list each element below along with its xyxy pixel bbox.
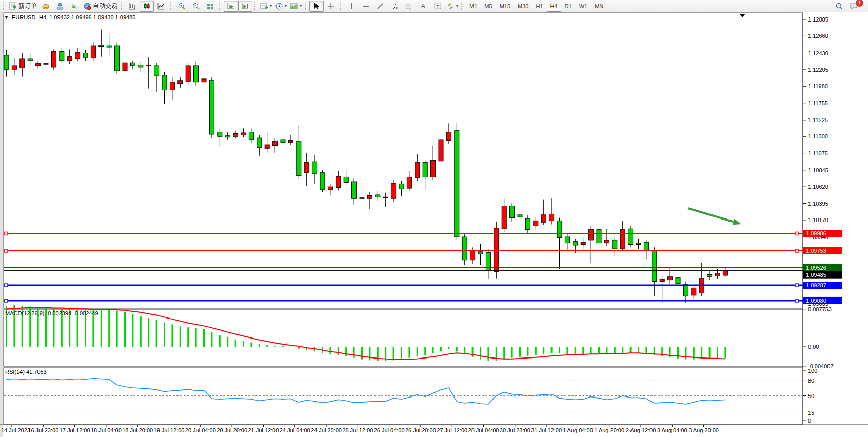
line-handle[interactable] — [795, 232, 798, 235]
equidistant-channel-icon: E — [390, 2, 399, 10]
channel-tool-button[interactable]: E — [387, 1, 402, 12]
candle-body — [123, 63, 127, 71]
zoom-out-button[interactable] — [189, 1, 203, 12]
chevron-down-icon: ▾ — [456, 4, 458, 8]
chart-quote-ohlc: 1.09432 1.09496 1.09430 1.09485 — [49, 14, 135, 21]
gold-button[interactable] — [38, 1, 53, 12]
candle-body — [336, 176, 341, 188]
line-handle[interactable] — [5, 249, 8, 252]
candle-body — [360, 198, 364, 199]
timeframe-h4[interactable]: H4 — [547, 1, 561, 12]
trendline-icon — [376, 2, 384, 10]
tile-windows-button[interactable] — [203, 1, 218, 12]
candle-body — [4, 55, 9, 69]
zoom-in-button[interactable] — [174, 1, 189, 12]
candle-body — [99, 45, 104, 47]
text-tool-button[interactable]: A — [416, 1, 430, 12]
line-handle[interactable] — [5, 284, 8, 287]
candle-body — [470, 251, 475, 260]
trendline-tool-button[interactable] — [373, 1, 387, 12]
new-order-label: 新订单 — [18, 2, 37, 10]
timeframe-m1[interactable]: M1 — [466, 1, 481, 12]
line-handle[interactable] — [5, 299, 8, 302]
text-label-tool-button[interactable]: T — [430, 1, 445, 12]
timeframe-m5[interactable]: M5 — [481, 1, 496, 12]
line-handle[interactable] — [795, 299, 798, 302]
toolbar-grip — [170, 2, 172, 10]
window-left-edge — [0, 12, 3, 437]
new-order-button[interactable]: 新订单 — [7, 1, 38, 12]
chevron-down-icon: ▾ — [285, 4, 287, 8]
signal-button[interactable] — [67, 1, 82, 12]
candle-body — [494, 228, 499, 272]
line-handle[interactable] — [795, 249, 798, 252]
svg-text:80: 80 — [808, 378, 814, 384]
candle-body — [218, 132, 222, 137]
signal-icon — [70, 2, 78, 10]
candle-body — [186, 66, 190, 81]
svg-text:1.11300: 1.11300 — [808, 133, 828, 140]
line-chart-mode-button[interactable] — [154, 1, 168, 12]
auto-trading-icon — [83, 2, 91, 10]
time-label: 3 Aug 04:00 — [657, 427, 687, 433]
horizontal-line-icon — [362, 2, 370, 10]
horizontal-line-tool-button[interactable] — [359, 1, 373, 12]
search-button[interactable] — [832, 1, 846, 12]
chart-menu-triangle-icon[interactable]: ▼ — [4, 15, 9, 20]
macd-label: MACD(12,26,9) -0.002394 -0.002449 — [5, 310, 98, 316]
chart-shift-button[interactable] — [238, 1, 252, 12]
line-handle[interactable] — [5, 232, 8, 235]
timeframe-m30[interactable]: M30 — [514, 1, 532, 12]
crosshair-tool-button[interactable] — [324, 1, 338, 12]
arrows-icon — [446, 2, 455, 10]
candle-body — [628, 229, 633, 244]
candle-body — [668, 277, 673, 280]
vertical-line-tool-button[interactable] — [344, 1, 359, 12]
clock-icon — [275, 2, 283, 10]
time-label: 30 Jul 23:00 — [500, 427, 530, 433]
macd-pane[interactable] — [4, 309, 803, 367]
timeframe-h1[interactable]: H1 — [532, 1, 546, 12]
fibonacci-tool-button[interactable]: F — [402, 1, 416, 12]
time-label: 14 Jul 2023 — [1, 427, 30, 433]
candle-body — [431, 160, 436, 177]
arrows-tool-button[interactable]: ▾ — [445, 1, 460, 12]
timeframe-m15[interactable]: M15 — [496, 1, 514, 12]
notifications-button[interactable]: 1 — [846, 1, 861, 12]
candlestick-mode-button[interactable] — [140, 1, 154, 12]
svg-text:100: 100 — [808, 368, 817, 374]
template-button[interactable]: ▾ — [288, 1, 303, 12]
auto-scroll-button[interactable] — [224, 1, 238, 12]
svg-text:1.12430: 1.12430 — [808, 50, 828, 56]
svg-text:1.09526: 1.09526 — [806, 265, 826, 271]
timeframe-mn[interactable]: MN — [591, 1, 607, 12]
candle-body — [439, 140, 443, 161]
line-handle[interactable] — [795, 284, 798, 287]
template-icon — [290, 2, 298, 10]
candle-body — [170, 82, 174, 90]
candle-body — [273, 141, 278, 146]
chart-plot-area[interactable] — [4, 13, 803, 308]
auto-trading-button[interactable]: 自动交易 — [82, 1, 119, 12]
toolbar-grip — [121, 2, 123, 10]
candle-body — [20, 59, 25, 68]
svg-text:1.09080: 1.09080 — [806, 297, 826, 304]
time-label: 20 Jul 04:00 — [185, 427, 216, 433]
time-label: 1 Aug 20:00 — [594, 427, 624, 433]
bar-chart-mode-button[interactable] — [125, 1, 140, 12]
svg-text:0.00: 0.00 — [808, 344, 819, 350]
timeframe-d1[interactable]: D1 — [561, 1, 576, 12]
period-button[interactable]: ▾ — [273, 1, 288, 12]
new-chart-button[interactable]: ▾ — [259, 1, 273, 12]
accounts-button[interactable] — [53, 1, 67, 12]
candle-body — [28, 59, 32, 61]
tile-windows-icon — [206, 2, 214, 10]
candle-body — [312, 162, 317, 173]
candle-body — [249, 132, 253, 140]
svg-text:F: F — [410, 7, 412, 10]
chart-area: 1.128851.126601.124301.122051.119801.117… — [0, 12, 868, 437]
timeframe-w1[interactable]: W1 — [576, 1, 591, 12]
rsi-name: RSI(14) — [5, 369, 25, 375]
cursor-tool-button[interactable] — [309, 1, 324, 12]
candle-body — [51, 52, 56, 67]
